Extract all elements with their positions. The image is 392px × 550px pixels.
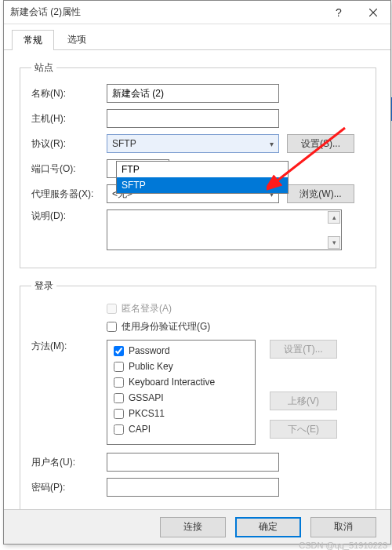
protocol-option-ftp[interactable]: FTP — [117, 162, 288, 177]
method-label: 方法(M): — [31, 340, 107, 353]
tab-bar: 常规 选项 — [4, 24, 390, 50]
method-kbdint-checkbox[interactable] — [114, 377, 124, 388]
username-input[interactable] — [107, 453, 279, 472]
ok-button[interactable]: 确定 — [235, 517, 301, 537]
annotation-arrow-icon — [267, 122, 353, 192]
close-button[interactable] — [356, 1, 390, 24]
auth-methods-list[interactable]: Password Public Key Keyboard Interactive… — [107, 340, 256, 445]
close-icon — [369, 9, 377, 16]
titlebar: 新建会话 (2)属性 ? — [4, 1, 390, 24]
method-kbdint-label: Keyboard Interactive — [129, 377, 215, 388]
method-publickey-checkbox[interactable] — [114, 362, 124, 372]
idproxy-checkbox-row[interactable]: 使用身份验证代理(G) — [107, 320, 365, 333]
method-settings-button: 设置(T)... — [270, 340, 337, 359]
svg-line-2 — [274, 128, 345, 183]
anon-login-checkbox-row: 匿名登录(A) — [107, 302, 365, 315]
window-title: 新建会话 (2)属性 — [4, 5, 321, 19]
movedown-button: 下へ(E) — [270, 420, 337, 439]
idproxy-checkbox[interactable] — [107, 322, 117, 332]
anon-login-checkbox — [107, 304, 117, 314]
port-label: 端口号(O): — [31, 162, 107, 176]
method-pkcs11-checkbox[interactable] — [114, 409, 124, 419]
password-label: 密码(P): — [31, 481, 107, 494]
group-site-legend: 站点 — [31, 61, 56, 75]
help-button[interactable]: ? — [321, 1, 356, 24]
protocol-value: SFTP — [112, 138, 136, 149]
method-capi-checkbox[interactable] — [114, 424, 124, 435]
tab-options[interactable]: 选项 — [56, 29, 98, 49]
connect-button[interactable]: 连接 — [160, 517, 226, 537]
method-capi-label: CAPI — [129, 424, 151, 435]
scroll-up-button[interactable]: ▴ — [328, 211, 340, 224]
method-publickey-label: Public Key — [129, 361, 173, 372]
help-icon: ? — [336, 6, 342, 19]
idproxy-label: 使用身份验证代理(G) — [122, 320, 210, 333]
dialog-window: 新建会话 (2)属性 ? 常规 选项 站点 名称(N): 主机(H): — [3, 0, 391, 545]
group-login: 登录 匿名登录(A) 使用身份验证代理(G) 方法(M): Password P… — [20, 279, 376, 515]
host-input[interactable] — [107, 109, 279, 128]
moveup-button: 上移(V) — [270, 392, 337, 410]
method-password-checkbox[interactable] — [114, 346, 124, 356]
tab-general[interactable]: 常规 — [12, 30, 54, 50]
method-gssapi-checkbox[interactable] — [114, 393, 124, 403]
name-input[interactable] — [107, 84, 279, 103]
protocol-option-sftp[interactable]: SFTP — [117, 177, 288, 193]
watermark-text: CSDN @qq_51910223 — [299, 541, 387, 550]
name-label: 名称(N): — [31, 87, 107, 100]
protocol-dropdown[interactable]: FTP SFTP — [116, 161, 289, 194]
host-label: 主机(H): — [31, 112, 107, 126]
scroll-down-button[interactable]: ▾ — [328, 236, 340, 249]
method-pkcs11-label: PKCS11 — [129, 408, 165, 419]
dialog-footer: 连接 确定 取消 — [4, 509, 390, 544]
group-login-legend: 登录 — [31, 279, 56, 293]
password-input[interactable] — [107, 478, 279, 497]
description-textarea[interactable]: ▴ ▾ — [107, 209, 342, 250]
proxy-label: 代理服务器(X): — [31, 188, 107, 201]
cancel-button[interactable]: 取消 — [310, 517, 376, 537]
desc-label: 说明(D): — [31, 209, 107, 223]
method-password-label: Password — [129, 345, 170, 356]
protocol-label: 协议(R): — [31, 137, 107, 151]
username-label: 用户名(U): — [31, 456, 107, 469]
anon-login-label: 匿名登录(A) — [122, 302, 172, 315]
method-gssapi-label: GSSAPI — [129, 392, 164, 403]
protocol-select[interactable]: SFTP ▾ — [107, 134, 279, 153]
